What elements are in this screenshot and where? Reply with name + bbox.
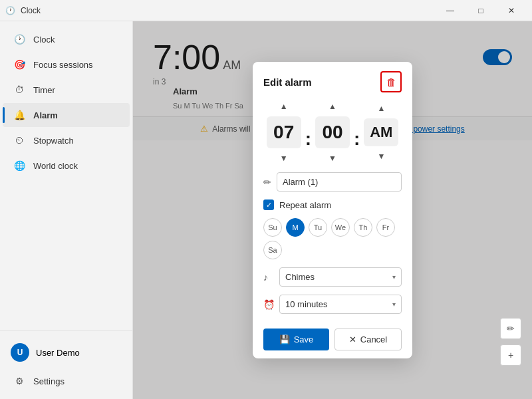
title-bar-controls: — □ ✕ <box>435 0 527 21</box>
day-btn-th[interactable]: Th <box>354 218 372 237</box>
add-fab-icon: + <box>508 350 513 360</box>
modal-overlay: Edit alarm 🗑 ▲ 07 ▼ : ▲ 00 <box>133 21 532 399</box>
hours-col: ▲ 07 ▼ <box>267 99 301 166</box>
sidebar-item-stopwatch-label: Stopwatch <box>33 136 74 146</box>
sound-row: ♪ Chimes ▾ <box>263 267 402 287</box>
focus-icon: 🎯 <box>13 59 25 70</box>
sound-chevron-icon: ▾ <box>392 273 396 281</box>
sound-value: Chimes <box>285 272 315 282</box>
minutes-up-button[interactable]: ▲ <box>322 99 343 114</box>
user-label: User Demo <box>36 348 80 358</box>
sidebar-item-alarm[interactable]: 🔔 Alarm <box>3 103 130 127</box>
save-button[interactable]: 💾 Save <box>263 329 329 350</box>
repeat-checkbox[interactable]: ✓ <box>263 200 274 210</box>
edit-fab-icon: ✏ <box>507 323 515 334</box>
cancel-icon: ✕ <box>349 334 356 344</box>
cancel-label: Cancel <box>360 334 387 344</box>
clock-icon: 🕐 <box>13 34 25 45</box>
main-content: 7:00 AM in 3 Alarm Su M Tu We Th Fr Sa E… <box>133 21 532 399</box>
user-avatar: U <box>11 343 29 362</box>
repeat-row: ✓ Repeat alarm <box>263 200 402 210</box>
maximize-button[interactable]: □ <box>466 0 496 21</box>
edit-alarm-modal: Edit alarm 🗑 ▲ 07 ▼ : ▲ 00 <box>253 62 412 358</box>
settings-icon: ⚙ <box>13 376 25 386</box>
hours-up-button[interactable]: ▲ <box>273 99 295 114</box>
stopwatch-icon: ⏲ <box>13 135 25 146</box>
sidebar-item-focus-label: Focus sessions <box>33 60 93 70</box>
app-body: 🕐 Clock 🎯 Focus sessions ⏱ Timer 🔔 Alarm… <box>0 21 532 399</box>
modal-header: Edit alarm 🗑 <box>253 62 412 99</box>
sidebar-user[interactable]: U User Demo <box>0 336 132 368</box>
ampm-down-button[interactable]: ▼ <box>370 149 392 164</box>
modal-title: Edit alarm <box>263 76 312 88</box>
sidebar-item-settings[interactable]: ⚙ Settings <box>3 369 130 393</box>
trash-icon: 🗑 <box>386 76 396 88</box>
alarm-name-input[interactable] <box>277 172 402 192</box>
snooze-icon: ⏰ <box>263 299 274 310</box>
edit-icon: ✏ <box>263 177 271 188</box>
days-row: Su M Tu We Th Fr Sa <box>263 218 402 259</box>
minimize-button[interactable]: — <box>435 0 466 21</box>
ampm-display[interactable]: AM <box>364 118 398 146</box>
minutes-down-button[interactable]: ▼ <box>322 151 343 166</box>
sidebar: 🕐 Clock 🎯 Focus sessions ⏱ Timer 🔔 Alarm… <box>0 21 133 399</box>
hours-down-button[interactable]: ▼ <box>273 151 295 166</box>
day-btn-fr[interactable]: Fr <box>376 218 395 237</box>
sound-dropdown[interactable]: Chimes ▾ <box>279 267 402 287</box>
day-btn-su[interactable]: Su <box>263 218 282 237</box>
sidebar-bottom: U User Demo ⚙ Settings <box>0 331 132 394</box>
snooze-row: ⏰ 10 minutes ▾ <box>263 295 402 314</box>
sidebar-item-settings-label: Settings <box>33 376 65 386</box>
alarm-icon: 🔔 <box>13 110 25 120</box>
time-separator-2: : <box>354 115 360 150</box>
add-fab-button[interactable]: + <box>500 344 521 366</box>
minutes-display[interactable]: 00 <box>315 116 350 148</box>
clock-app-icon: 🕐 <box>5 6 15 15</box>
sidebar-item-timer[interactable]: ⏱ Timer <box>3 78 130 102</box>
day-btn-m[interactable]: M <box>286 218 305 237</box>
repeat-label: Repeat alarm <box>279 200 331 210</box>
snooze-chevron-icon: ▾ <box>392 301 396 308</box>
ampm-col: ▲ AM ▼ <box>364 101 398 164</box>
timer-icon: ⏱ <box>13 84 25 95</box>
cancel-button[interactable]: ✕ Cancel <box>334 329 402 350</box>
sidebar-item-worldclock-label: World clock <box>33 161 78 171</box>
day-btn-tu[interactable]: Tu <box>309 218 327 237</box>
time-separator-1: : <box>305 115 311 150</box>
fab-area: ✏ + <box>500 318 521 366</box>
sidebar-item-alarm-label: Alarm <box>33 110 58 120</box>
modal-body: ✏ ✓ Repeat alarm Su M Tu We Th <box>253 166 412 321</box>
sidebar-item-clock-label: Clock <box>33 35 55 45</box>
sidebar-item-clock[interactable]: 🕐 Clock <box>3 27 130 51</box>
snooze-value: 10 minutes <box>285 299 328 309</box>
modal-footer: 💾 Save ✕ Cancel <box>253 321 412 358</box>
delete-alarm-button[interactable]: 🗑 <box>380 71 402 92</box>
day-btn-sa[interactable]: Sa <box>263 241 282 259</box>
ampm-up-button[interactable]: ▲ <box>370 101 392 116</box>
save-label: Save <box>294 334 314 344</box>
title-bar: 🕐 Clock — □ ✕ <box>0 0 532 21</box>
minutes-col: ▲ 00 ▼ <box>315 99 350 166</box>
alarm-name-row: ✏ <box>263 172 402 192</box>
save-icon: 💾 <box>279 334 290 344</box>
music-icon: ♪ <box>263 272 274 283</box>
title-bar-left: 🕐 Clock <box>5 6 41 15</box>
snooze-dropdown[interactable]: 10 minutes ▾ <box>279 295 402 314</box>
hours-display[interactable]: 07 <box>267 116 301 148</box>
sidebar-item-timer-label: Timer <box>33 85 55 95</box>
sidebar-item-worldclock[interactable]: 🌐 World clock <box>3 154 130 178</box>
worldclock-icon: 🌐 <box>13 160 25 171</box>
edit-fab-button[interactable]: ✏ <box>500 318 521 339</box>
sidebar-item-stopwatch[interactable]: ⏲ Stopwatch <box>3 128 130 152</box>
title-bar-title: Clock <box>21 6 41 15</box>
sidebar-item-focus[interactable]: 🎯 Focus sessions <box>3 53 130 76</box>
day-btn-we[interactable]: We <box>331 218 350 237</box>
time-picker: ▲ 07 ▼ : ▲ 00 ▼ : ▲ AM ▼ <box>253 99 412 166</box>
close-button[interactable]: ✕ <box>496 0 527 21</box>
